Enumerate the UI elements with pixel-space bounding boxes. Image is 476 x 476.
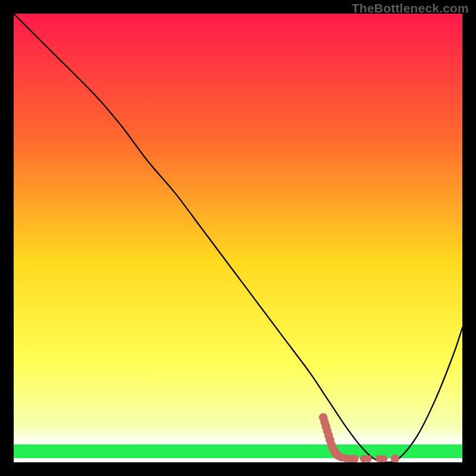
chart-plot-area xyxy=(14,14,462,462)
chart-frame: TheBottleneck.com xyxy=(0,0,476,476)
chart-svg xyxy=(14,14,462,462)
watermark-text: TheBottleneck.com xyxy=(352,1,469,15)
marker-dot xyxy=(380,455,387,462)
marker-dot xyxy=(364,455,371,462)
